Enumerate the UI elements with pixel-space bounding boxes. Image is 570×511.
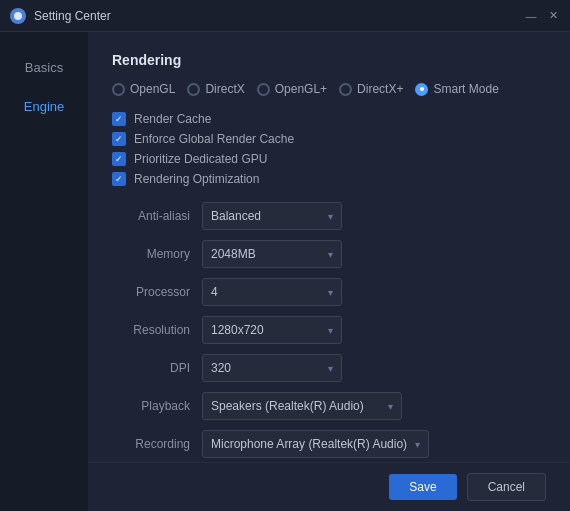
radio-label-smartmode: Smart Mode	[433, 82, 498, 96]
chevron-down-icon: ▾	[328, 363, 333, 374]
radio-circle-opengl	[112, 83, 125, 96]
checkbox-label-rendering-optimization: Rendering Optimization	[134, 172, 259, 186]
select-value-recording: Microphone Array (Realtek(R) Audio)	[211, 437, 407, 451]
sidebar-item-basics[interactable]: Basics	[0, 48, 88, 87]
chevron-down-icon: ▾	[388, 401, 393, 412]
cancel-button[interactable]: Cancel	[467, 473, 546, 501]
checkbox-box-rendering-optimization	[112, 172, 126, 186]
form-rows: Anti-aliasi Balanced ▾ Memory 2048MB ▾ P…	[112, 202, 546, 468]
select-value-playback: Speakers (Realtek(R) Audio)	[211, 399, 364, 413]
form-row-anti-aliasing: Anti-aliasi Balanced ▾	[112, 202, 546, 230]
checkbox-label-global-render-cache: Enforce Global Render Cache	[134, 132, 294, 146]
window-controls: — ✕	[524, 9, 560, 23]
checkbox-rendering-optimization[interactable]: Rendering Optimization	[112, 172, 546, 186]
label-processor: Processor	[112, 285, 202, 299]
radio-directx[interactable]: DirectX	[187, 82, 244, 96]
rendering-options: OpenGL DirectX OpenGL+ DirectX+ Smart Mo…	[112, 82, 546, 100]
radio-label-directxplus: DirectX+	[357, 82, 403, 96]
checkbox-label-dedicated-gpu: Prioritize Dedicated GPU	[134, 152, 267, 166]
label-recording: Recording	[112, 437, 202, 451]
checkbox-box-render-cache	[112, 112, 126, 126]
form-row-dpi: DPI 320 ▾	[112, 354, 546, 382]
main-layout: Basics Engine Rendering OpenGL DirectX	[0, 32, 570, 511]
radio-label-directx: DirectX	[205, 82, 244, 96]
select-value-resolution: 1280x720	[211, 323, 264, 337]
chevron-down-icon: ▾	[328, 211, 333, 222]
checkbox-dedicated-gpu[interactable]: Prioritize Dedicated GPU	[112, 152, 546, 166]
radio-circle-directx	[187, 83, 200, 96]
select-value-processor: 4	[211, 285, 218, 299]
checkbox-global-render-cache[interactable]: Enforce Global Render Cache	[112, 132, 546, 146]
content-inner: Rendering OpenGL DirectX OpenGL+ Direc	[112, 52, 546, 511]
radio-directxplus[interactable]: DirectX+	[339, 82, 403, 96]
svg-point-0	[14, 12, 22, 20]
select-value-memory: 2048MB	[211, 247, 256, 261]
radio-smartmode[interactable]: Smart Mode	[415, 82, 498, 96]
form-row-playback: Playback Speakers (Realtek(R) Audio) ▾	[112, 392, 546, 420]
form-row-processor: Processor 4 ▾	[112, 278, 546, 306]
window-title: Setting Center	[34, 9, 524, 23]
radio-openglplus[interactable]: OpenGL+	[257, 82, 327, 96]
checkbox-group: Render Cache Enforce Global Render Cache…	[112, 112, 546, 186]
checkbox-render-cache[interactable]: Render Cache	[112, 112, 546, 126]
radio-label-opengl: OpenGL	[130, 82, 175, 96]
close-button[interactable]: ✕	[546, 9, 560, 23]
label-memory: Memory	[112, 247, 202, 261]
content-area: Rendering OpenGL DirectX OpenGL+ Direc	[88, 32, 570, 511]
label-dpi: DPI	[112, 361, 202, 375]
chevron-down-icon: ▾	[415, 439, 420, 450]
form-row-resolution: Resolution 1280x720 ▾	[112, 316, 546, 344]
checkbox-box-dedicated-gpu	[112, 152, 126, 166]
select-anti-aliasing[interactable]: Balanced ▾	[202, 202, 342, 230]
select-recording[interactable]: Microphone Array (Realtek(R) Audio) ▾	[202, 430, 429, 458]
select-processor[interactable]: 4 ▾	[202, 278, 342, 306]
footer: Save Cancel	[88, 462, 570, 511]
chevron-down-icon: ▾	[328, 325, 333, 336]
form-row-recording: Recording Microphone Array (Realtek(R) A…	[112, 430, 546, 458]
app-icon	[10, 8, 26, 24]
label-anti-aliasing: Anti-aliasi	[112, 209, 202, 223]
chevron-down-icon: ▾	[328, 249, 333, 260]
select-value-anti-aliasing: Balanced	[211, 209, 261, 223]
select-memory[interactable]: 2048MB ▾	[202, 240, 342, 268]
form-row-memory: Memory 2048MB ▾	[112, 240, 546, 268]
radio-label-openglplus: OpenGL+	[275, 82, 327, 96]
select-dpi[interactable]: 320 ▾	[202, 354, 342, 382]
radio-circle-directxplus	[339, 83, 352, 96]
checkbox-box-global-render-cache	[112, 132, 126, 146]
label-resolution: Resolution	[112, 323, 202, 337]
select-value-dpi: 320	[211, 361, 231, 375]
select-playback[interactable]: Speakers (Realtek(R) Audio) ▾	[202, 392, 402, 420]
label-playback: Playback	[112, 399, 202, 413]
select-resolution[interactable]: 1280x720 ▾	[202, 316, 342, 344]
save-button[interactable]: Save	[389, 474, 456, 500]
radio-circle-openglplus	[257, 83, 270, 96]
title-bar: Setting Center — ✕	[0, 0, 570, 32]
sidebar-item-engine[interactable]: Engine	[0, 87, 88, 126]
chevron-down-icon: ▾	[328, 287, 333, 298]
section-title: Rendering	[112, 52, 546, 68]
checkbox-label-render-cache: Render Cache	[134, 112, 211, 126]
radio-opengl[interactable]: OpenGL	[112, 82, 175, 96]
minimize-button[interactable]: —	[524, 9, 538, 23]
sidebar: Basics Engine	[0, 32, 88, 511]
radio-circle-smartmode	[415, 83, 428, 96]
